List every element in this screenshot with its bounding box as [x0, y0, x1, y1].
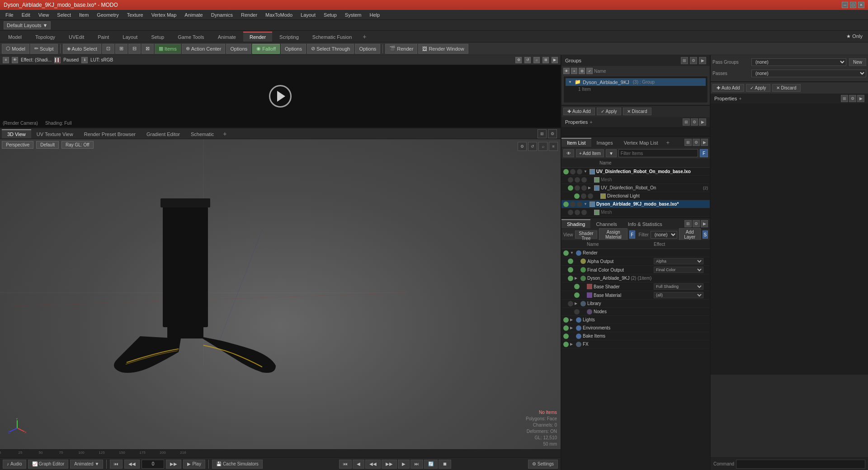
effect-eye-icon[interactable]: 👁: [12, 57, 18, 63]
menu-setup[interactable]: Setup: [320, 11, 340, 19]
minimize-button[interactable]: ─: [842, 2, 848, 8]
effect-panel-icon[interactable]: ≡: [3, 57, 9, 63]
il-row-mesh2[interactable]: Mesh: [561, 208, 710, 216]
il-eye-btn[interactable]: 👁: [563, 149, 574, 157]
menu-help[interactable]: Help: [366, 11, 383, 19]
maximize-button[interactable]: □: [850, 2, 856, 8]
transport-btn-3[interactable]: ◀◀: [365, 460, 381, 469]
props-close-btn[interactable]: ▶: [699, 118, 706, 126]
menu-edit[interactable]: Edit: [18, 11, 34, 19]
il-tab-images[interactable]: Images: [591, 138, 618, 147]
il-add-item-btn[interactable]: + Add Item: [576, 149, 604, 157]
ray-gl-btn[interactable]: Ray GL: Off: [61, 141, 94, 149]
vp-gear-btn[interactable]: ⚙: [548, 129, 557, 138]
skip-start-btn[interactable]: ⏮: [110, 460, 123, 469]
effect-expand-icon[interactable]: ⊞: [542, 57, 549, 63]
items-btn[interactable]: ▦ Items: [155, 44, 181, 54]
sh-row-fx[interactable]: ▶ FX: [561, 340, 710, 348]
menu-item[interactable]: Item: [75, 11, 92, 19]
cache-simulators-btn[interactable]: 💾 Cache Simulators: [212, 460, 263, 469]
select-btn[interactable]: ⊡: [102, 44, 114, 54]
sh-effect-shader-sel[interactable]: Full Shading: [654, 283, 703, 290]
perspective-btn[interactable]: Perspective: [2, 141, 33, 149]
sh-row-render[interactable]: ▼ Render: [561, 249, 710, 257]
pg-apply-btn[interactable]: ✓ Apply: [746, 84, 770, 92]
menu-render[interactable]: Render: [237, 11, 261, 19]
sh-f-btn[interactable]: F: [629, 230, 635, 239]
groups-settings2-btn[interactable]: ⚙: [579, 68, 585, 74]
effect-more-icon[interactable]: ▶: [552, 57, 558, 63]
vp-settings-icon[interactable]: ≡: [549, 142, 558, 151]
groups-eye-btn[interactable]: 👁: [563, 68, 570, 74]
tab-uvedit[interactable]: UVEdit: [62, 32, 90, 42]
groups-settings-btn[interactable]: ⚙: [690, 57, 697, 64]
effect-pause-btn[interactable]: ▌▌: [54, 57, 61, 63]
il-row-uv-sub[interactable]: ▶ UV_Disinfection_Robot_On (2): [561, 184, 710, 192]
add-vp-tab-btn[interactable]: +: [219, 129, 230, 138]
pg-groups-select[interactable]: (none): [751, 58, 846, 66]
il-dropdown-btn[interactable]: ▼: [606, 149, 617, 157]
sh-settings-btn[interactable]: ⚙: [693, 220, 700, 227]
menu-texture[interactable]: Texture: [123, 11, 147, 19]
il-row-dyson-sub[interactable]: ▶ Dyson_Airblade_9KJ (2): [561, 216, 710, 217]
transport-btn-5[interactable]: ▶: [398, 460, 410, 469]
animated-btn[interactable]: Animated ▼: [70, 460, 103, 469]
vp-search-icon[interactable]: ⌕: [538, 142, 547, 151]
default-btn[interactable]: Default: [36, 141, 59, 149]
menu-view[interactable]: View: [35, 11, 53, 19]
pg-discard-btn[interactable]: ✕ Discard: [772, 84, 801, 92]
play-button[interactable]: [269, 85, 292, 108]
tab-animate[interactable]: Animate: [212, 32, 242, 42]
auto-select-btn[interactable]: ◈ Auto Select: [63, 44, 101, 54]
il-add-tab-btn[interactable]: +: [663, 138, 672, 147]
auto-add-btn[interactable]: ✚ Auto Add: [563, 108, 595, 115]
graph-editor-btn[interactable]: 📈 Graph Editor: [28, 460, 69, 469]
assign-material-btn[interactable]: Assign Material: [599, 228, 627, 241]
shader-tree-btn[interactable]: Shader Tree: [575, 230, 598, 239]
tab-layout[interactable]: Layout: [116, 32, 144, 42]
il-row-dir-light1[interactable]: Directional Light: [561, 192, 710, 200]
sh-row-alpha[interactable]: Alpha Output Alpha: [561, 257, 710, 266]
menu-system[interactable]: System: [341, 11, 365, 19]
sh-row-library[interactable]: ▶ Library: [561, 300, 710, 308]
sh-row-base-shader[interactable]: Base Shader Full Shading: [561, 282, 710, 291]
transport-btn-1[interactable]: ⏮: [339, 460, 352, 469]
groups-expand-btn[interactable]: ⊞: [681, 57, 688, 64]
il-row-uv-root[interactable]: ▼ UV_Disinfection_Robot_On_modo_base.lxo: [561, 168, 710, 176]
tab-model[interactable]: Model: [2, 32, 28, 42]
frame-input[interactable]: [142, 460, 164, 469]
options-btn-1[interactable]: Options: [226, 44, 251, 54]
menu-geometry[interactable]: Geometry: [93, 11, 122, 19]
sh-row-color[interactable]: Final Color Output Final Color: [561, 266, 710, 274]
il-settings-btn[interactable]: ⚙: [693, 139, 700, 146]
vp-tab-gradient[interactable]: Gradient Editor: [141, 129, 185, 138]
tab-paint[interactable]: Paint: [91, 32, 115, 42]
sh-close-btn[interactable]: ▶: [701, 220, 708, 227]
vp-expand-btn[interactable]: ⊞: [538, 129, 547, 138]
tab-game-tools[interactable]: Game Tools: [171, 32, 211, 42]
sh-tab-info[interactable]: Info & Statistics: [623, 219, 668, 228]
pg-passes-select[interactable]: (none): [751, 70, 866, 77]
action-center-btn[interactable]: ⊕ Action Center: [182, 44, 226, 54]
pg-auto-add-btn[interactable]: ✚ Auto Add: [712, 84, 744, 92]
sh-row-dyson[interactable]: ▶ Dyson_Airblade_9KJ (2) (1item): [561, 274, 710, 282]
falloff-btn[interactable]: ◉ Falloff: [252, 44, 280, 54]
sh-tab-shading[interactable]: Shading: [561, 219, 590, 228]
add-layer-btn[interactable]: Add Layer: [679, 228, 701, 241]
options-btn-3[interactable]: Options: [355, 44, 380, 54]
sh-effect-mat-sel[interactable]: (all): [654, 292, 703, 298]
select-btn3[interactable]: ⊟: [128, 44, 141, 54]
il-close-btn[interactable]: ▶: [701, 139, 708, 146]
discard-btn[interactable]: ✕ Discard: [623, 108, 651, 115]
sh-filter-select[interactable]: (none): [651, 231, 677, 239]
vp-tab-3dview[interactable]: 3D View: [2, 129, 31, 138]
tab-topology[interactable]: Topology: [29, 32, 61, 42]
sh-row-base-mat[interactable]: Base Material (all): [561, 291, 710, 300]
il-tab-vertex-map[interactable]: Vertex Map List: [618, 138, 664, 147]
groups-check-btn[interactable]: ✓: [586, 68, 593, 74]
command-input[interactable]: [736, 460, 865, 469]
sh-row-nodes[interactable]: Nodes: [561, 308, 710, 316]
pg-new-btn[interactable]: New: [849, 58, 866, 66]
sh-row-bake[interactable]: Bake Items: [561, 332, 710, 340]
props-expand-btn[interactable]: ⊞: [683, 118, 690, 126]
